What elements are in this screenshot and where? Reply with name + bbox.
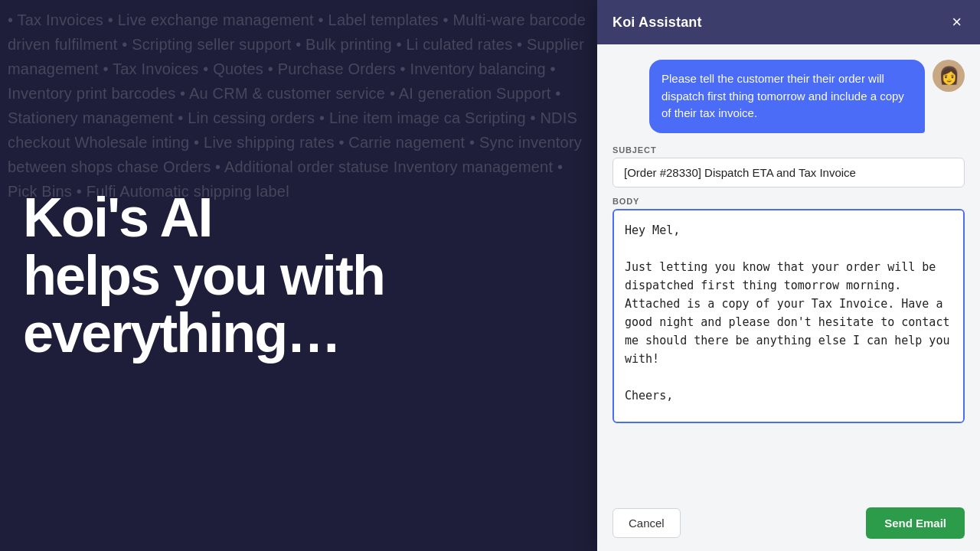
subject-field-group: SUBJECT [612,145,965,187]
avatar-emoji: 👩 [939,66,959,86]
subject-input[interactable] [612,158,965,187]
body-label: BODY [612,197,965,206]
close-button[interactable]: × [949,12,965,32]
avatar: 👩 [933,60,965,92]
koi-assistant-panel: Koi Assistant × Please tell the customer… [597,0,980,551]
hero-line1: Koi's AI [23,187,211,248]
hero-line2: helps you with [23,244,384,305]
subject-label: SUBJECT [612,145,965,155]
modal-header: Koi Assistant × [597,0,980,44]
body-textarea[interactable] [612,209,965,423]
modal-footer: Cancel Send Email [597,495,980,551]
chat-message-row: Please tell the customer their their ord… [612,60,965,133]
hero-text: Koi's AI helps you with everything… [23,189,384,363]
email-form: SUBJECT BODY [612,145,965,426]
background-area: • Tax Invoices • Live exchange managemen… [0,0,597,551]
hero-line3: everything… [23,302,340,364]
modal-title: Koi Assistant [612,15,702,31]
modal-body: Please tell the customer their their ord… [597,44,980,495]
cancel-button[interactable]: Cancel [612,508,681,538]
send-email-button[interactable]: Send Email [866,507,965,539]
body-field-group: BODY [612,197,965,426]
chat-bubble: Please tell the customer their their ord… [649,60,925,133]
